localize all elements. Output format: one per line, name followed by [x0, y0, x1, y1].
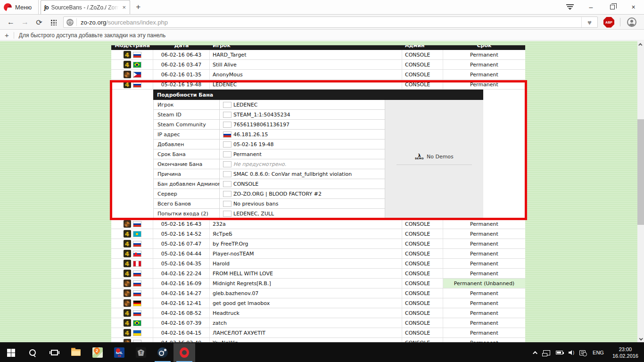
term-cell: Permanent — [443, 328, 525, 337]
close-button[interactable]: × — [623, 0, 644, 14]
ban-row[interactable]: 4 05-02-16 14-52 ЯсТреБ CONSOLE Permanen… — [111, 229, 525, 239]
country-flag-icon — [133, 231, 141, 237]
date-cell: 04-02-16 22-24 — [153, 269, 210, 278]
url-field[interactable]: zo-zo.org/sourcebans/index.php ♥ — [63, 16, 598, 28]
mod-country-cell: 4 — [111, 239, 153, 248]
action-center-button[interactable] — [577, 343, 588, 362]
detail-value: ZO-ZO.ORG | BLOOD FACTORY #2 — [219, 189, 385, 199]
admin-cell: CONSOLE — [402, 249, 443, 258]
date-cell: 06-02-16 01-35 — [153, 70, 210, 79]
clock[interactable]: 23:00 16.02.2016 — [609, 343, 642, 362]
world-of-tanks-button[interactable]: T — [130, 343, 152, 362]
detail-label: Steam Community — [153, 120, 219, 130]
ban-row[interactable]: 04-02-16 12-41 get good get lmaobox CONS… — [111, 298, 525, 308]
language-indicator[interactable]: ENG — [589, 343, 608, 362]
game-mod-icon: 4 — [124, 329, 131, 337]
bookmark-heart-button[interactable]: ♥ — [581, 17, 597, 27]
detail-row: Окончание Бана Не предусмотрено. — [153, 159, 385, 169]
forward-button[interactable]: → — [19, 16, 31, 28]
date-cell: 04-02-16 14-27 — [153, 288, 210, 298]
opera-tiles-button[interactable] — [559, 0, 580, 14]
ban-row[interactable]: 04-02-16 16-09 Midnight Regrets[R.B.] CO… — [111, 279, 525, 288]
restore-button[interactable] — [602, 0, 623, 14]
screen: Меню ʃo SourceBans - /.ZoZo./ Zom × + – … — [0, 0, 644, 362]
scroll-down-button[interactable] — [637, 335, 644, 342]
minimize-button[interactable]: – — [580, 0, 602, 14]
account-icon[interactable] — [627, 17, 636, 27]
file-explorer-button[interactable] — [65, 343, 87, 362]
back-button[interactable]: ← — [5, 16, 17, 28]
ban-row[interactable]: 4 04-02-16 04-15 ЛАНСЕЛОТ АХУЄТІТ CONSOL… — [111, 328, 525, 338]
ip-country-flag-icon — [223, 142, 231, 147]
add-bookmark-button[interactable]: + — [5, 31, 9, 39]
battery-status-button[interactable] — [553, 343, 565, 362]
restore-icon — [610, 5, 615, 9]
opera-icon — [180, 347, 189, 358]
detail-value: 05-02-16 19-48 — [219, 140, 385, 149]
network-status-button[interactable] — [541, 343, 553, 362]
tab-bar: Меню ʃo SourceBans - /.ZoZo./ Zom × + – … — [0, 0, 644, 15]
tray-expand-button[interactable] — [532, 343, 540, 362]
country-flag-icon — [133, 301, 141, 306]
detail-value-text: SMAC 0.8.6.0: ConVar mat_fullbright viol… — [233, 171, 352, 177]
ban-row[interactable]: 4 05-02-16 04-44 Player-nosTEAM CONSOLE … — [111, 249, 525, 259]
reload-button[interactable]: ⟳ — [33, 16, 45, 28]
bookmarks-bar: + Для быстрого доступа добавьте закладки… — [0, 30, 644, 41]
mod-country-cell: 4 — [111, 249, 153, 258]
nhl09-button[interactable]: NHL09 — [108, 343, 130, 362]
new-tab-button[interactable]: + — [130, 0, 146, 14]
term-cell: Permanent — [443, 308, 525, 318]
vertical-scrollbar[interactable] — [637, 41, 644, 343]
volume-button[interactable]: ) — [566, 343, 576, 362]
game-mod-icon: 4 — [124, 81, 131, 88]
ip-country-flag-icon — [223, 112, 231, 117]
player-cell: ЛАНСЕЛОТ АХУЄТІТ — [210, 328, 402, 337]
tab-close-icon[interactable]: × — [122, 4, 127, 11]
game-mod-icon: 4 — [124, 270, 131, 277]
clock-time: 23:00 — [619, 346, 632, 353]
detail-value-text: LEDENEC — [233, 102, 257, 108]
ip-country-flag-icon — [223, 211, 231, 216]
search-button[interactable] — [22, 343, 43, 362]
detail-value: 46.181.26.15 — [219, 130, 385, 140]
2gis-button[interactable]: 2 — [87, 343, 108, 362]
term-cell: Permanent — [443, 259, 525, 268]
ban-row[interactable]: 05-02-16 16-43 232a CONSOLE Permanent — [111, 219, 525, 229]
admin-cell: CONSOLE — [402, 298, 443, 308]
ban-row[interactable]: 4 04-02-16 22-24 FROM HELL WITH LOVE CON… — [111, 269, 525, 279]
opera-button[interactable] — [173, 343, 195, 362]
detail-value-text: LEDENEC, ZULL — [233, 211, 274, 217]
url-separator — [76, 18, 77, 26]
scroll-up-button[interactable] — [637, 41, 644, 48]
admin-cell: CONSOLE — [402, 279, 443, 288]
ban-row[interactable]: 06-02-16 01-35 AnonyMous CONSOLE Permane… — [111, 70, 525, 80]
ban-row[interactable]: 4 06-02-16 06-43 HARD_Target CONSOLE Per… — [111, 50, 525, 60]
detail-label: Бан добавлен Админом — [153, 179, 219, 189]
mod-country-cell — [111, 219, 153, 229]
ban-row[interactable]: 4 05-02-16 19-48 LEDENEC CONSOLE Permane… — [111, 80, 525, 90]
detail-value: LEDENEC — [219, 100, 385, 110]
ban-row[interactable]: 4 04-02-16 07-39 zatch CONSOLE Permanent — [111, 318, 525, 328]
player-cell: gleb.bazhenov.07 — [210, 288, 402, 298]
ban-row[interactable]: 4 05-02-16 07-47 by FreeTP.Org CONSOLE P… — [111, 239, 525, 249]
adblock-plus-badge[interactable]: ABP — [603, 17, 614, 28]
ban-row[interactable]: 4 05-02-16 04-35 Harold CONSOLE Permanen… — [111, 259, 525, 269]
ban-row[interactable]: 04-02-16 14-27 gleb.bazhenov.07 CONSOLE … — [111, 288, 525, 298]
tab-sourcebans[interactable]: ʃo SourceBans - /.ZoZo./ Zom × — [41, 0, 130, 14]
task-view-button[interactable] — [43, 343, 65, 362]
ban-row[interactable]: 4 06-02-16 03-47 Still Alive CONSOLE Per… — [111, 60, 525, 70]
speed-dial-button[interactable] — [47, 16, 59, 28]
clock-date: 16.02.2016 — [612, 353, 638, 359]
ban-row[interactable]: 4 04-02-16 08-52 Headtruck CONSOLE Perma… — [111, 308, 525, 318]
scrollbar-thumb[interactable] — [637, 119, 644, 225]
player-cell: 232a — [210, 219, 402, 229]
admin-cell: CONSOLE — [402, 219, 443, 229]
address-bar: ← → ⟳ zo-zo.org/sourcebans/index.php ♥ A… — [0, 15, 644, 30]
admin-cell: CONSOLE — [402, 70, 443, 79]
detail-label: Steam ID — [153, 110, 219, 120]
steam-button[interactable] — [152, 343, 173, 362]
country-flag-icon — [133, 321, 141, 326]
start-button[interactable] — [0, 343, 22, 362]
opera-menu-button[interactable]: Меню — [0, 0, 39, 14]
detail-row: IP адрес 46.181.26.15 — [153, 130, 385, 140]
